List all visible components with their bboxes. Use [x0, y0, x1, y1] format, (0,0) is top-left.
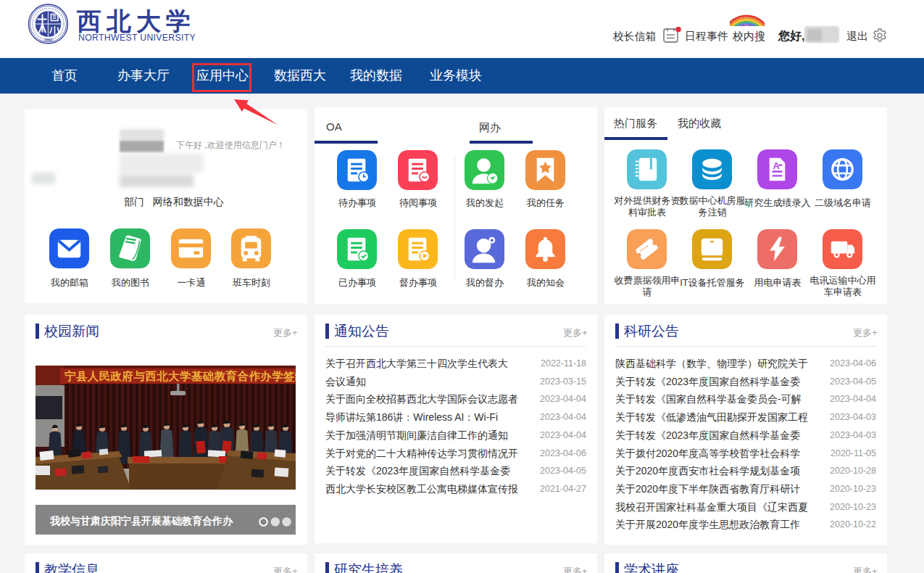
svg-text:1902: 1902	[44, 38, 53, 42]
svg-text:宁县人民政府与西北大学基础教育合作办学签约: 宁县人民政府与西北大学基础教育合作办学签约	[64, 370, 296, 382]
svg-text:A: A	[773, 160, 780, 171]
